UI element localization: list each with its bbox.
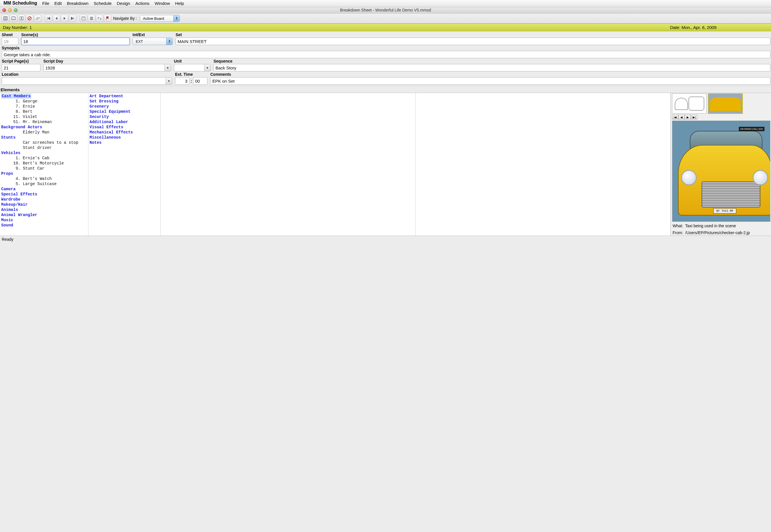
- media-thumb-1[interactable]: [672, 94, 706, 114]
- dropdown-arrow-icon[interactable]: ▼: [204, 64, 210, 71]
- select-arrows-icon: ▲▼: [166, 38, 172, 45]
- script-day-combo[interactable]: ▼: [43, 64, 171, 71]
- media-last-icon[interactable]: ▶|: [691, 115, 697, 119]
- element-category[interactable]: Stunts: [1, 135, 87, 140]
- element-item[interactable]: 10. Bert's Motorcycle: [1, 161, 87, 166]
- element-category[interactable]: Camera: [1, 187, 87, 192]
- svg-rect-9: [82, 17, 85, 18]
- elements-column-2[interactable]: Art DepartmentSet DressingGreenerySpecia…: [88, 93, 161, 236]
- element-category[interactable]: Notes: [90, 140, 159, 145]
- renumber-icon[interactable]: ₁2³: [34, 15, 41, 22]
- minimize-window-button[interactable]: [8, 8, 12, 12]
- element-item[interactable]: Car screeches to a stop: [1, 140, 87, 145]
- element-item[interactable]: 1. Ernie's Cab: [1, 156, 87, 161]
- element-category[interactable]: Background Actors: [1, 125, 87, 130]
- element-item[interactable]: 4. Bert's Watch: [1, 176, 87, 181]
- elements-column-1[interactable]: Cast Members 1. George 7. Ernie 8. Bert …: [0, 93, 88, 236]
- sequence-input[interactable]: [213, 64, 770, 71]
- element-category[interactable]: Miscellaneous: [90, 135, 159, 140]
- element-category[interactable]: Special Equipment: [90, 109, 159, 114]
- sheet-label: Sheet: [2, 32, 18, 37]
- next-record-icon[interactable]: [61, 15, 68, 22]
- element-item[interactable]: 8. Bert: [1, 109, 87, 114]
- location-input[interactable]: [4, 78, 170, 84]
- list-view-icon[interactable]: [88, 15, 95, 22]
- element-category[interactable]: Special Effects: [1, 192, 87, 197]
- element-category[interactable]: Set Dressing: [90, 99, 159, 104]
- element-category[interactable]: Greenery: [90, 104, 159, 109]
- media-preview[interactable]: NY TAXI-MP ON RADIO CALL IAXI: [672, 121, 770, 222]
- location-label: Location: [2, 72, 172, 77]
- dropdown-arrow-icon[interactable]: ▼: [164, 64, 171, 71]
- element-item[interactable]: Stunt driver: [1, 145, 87, 150]
- last-record-icon[interactable]: [69, 15, 76, 22]
- close-window-button[interactable]: [2, 8, 6, 12]
- menu-actions[interactable]: Actions: [135, 1, 149, 6]
- element-category[interactable]: Visual Effects: [90, 125, 159, 130]
- element-item[interactable]: 1. George: [1, 99, 87, 104]
- element-category[interactable]: Music: [1, 218, 87, 223]
- svg-line-7: [28, 17, 31, 20]
- element-item[interactable]: Elderly Man: [1, 130, 87, 135]
- form-view-icon[interactable]: [80, 15, 87, 22]
- unit-input[interactable]: [176, 65, 209, 71]
- day-date-label: Date: Mon., Apr. 6, 2009: [670, 25, 768, 30]
- element-item[interactable]: 7. Ernie: [1, 104, 87, 109]
- elements-column-4[interactable]: [416, 93, 671, 236]
- set-input[interactable]: [176, 38, 770, 45]
- menu-breakdown[interactable]: Breakdown: [67, 1, 88, 6]
- element-item[interactable]: 9. Stunt Car: [1, 166, 87, 171]
- element-category[interactable]: Security: [90, 114, 159, 119]
- intext-select[interactable]: EXT ▲▼: [133, 38, 173, 45]
- est-time-hours-input[interactable]: [175, 77, 189, 85]
- element-category[interactable]: Vehicles: [1, 150, 87, 156]
- script-pages-input[interactable]: [2, 64, 40, 71]
- media-next-icon[interactable]: ▶: [685, 115, 691, 119]
- time-separator: :: [191, 79, 192, 84]
- view-split-icon[interactable]: [18, 15, 25, 22]
- dropdown-arrow-icon[interactable]: ▼: [166, 77, 172, 84]
- menu-edit[interactable]: Edit: [55, 1, 62, 6]
- media-thumb-2[interactable]: [708, 94, 743, 114]
- view-sheet-icon[interactable]: [2, 15, 9, 22]
- element-item[interactable]: 5. Large Suitcase: [1, 181, 87, 187]
- menu-design[interactable]: Design: [117, 1, 130, 6]
- prev-record-icon[interactable]: [53, 15, 60, 22]
- flag-icon[interactable]: [104, 15, 111, 22]
- first-record-icon[interactable]: [45, 15, 52, 22]
- unit-combo[interactable]: ▼: [174, 64, 211, 71]
- zoom-window-button[interactable]: [14, 8, 18, 12]
- element-category[interactable]: Art Department: [90, 94, 159, 99]
- navigate-by-select[interactable]: Active Board ▲▼: [140, 15, 180, 22]
- element-category[interactable]: Wardrobe: [1, 197, 87, 202]
- element-category[interactable]: Makeup/Hair: [1, 202, 87, 207]
- no-entry-icon[interactable]: [26, 15, 33, 22]
- element-category[interactable]: Animals: [1, 207, 87, 212]
- location-combo[interactable]: ▼: [2, 77, 172, 85]
- elements-column-3[interactable]: [161, 93, 416, 236]
- media-from-value: /Users/EP/Pictures/checker-cab-2.jp: [685, 230, 750, 235]
- menu-file[interactable]: File: [42, 1, 49, 6]
- menu-schedule[interactable]: Schedule: [94, 1, 112, 6]
- menu-window[interactable]: Window: [155, 1, 170, 6]
- element-item[interactable]: 51. Mr. Reineman: [1, 119, 87, 125]
- menu-help[interactable]: Help: [175, 1, 184, 6]
- element-category[interactable]: Props: [1, 171, 87, 176]
- media-first-icon[interactable]: |◀: [672, 115, 678, 119]
- element-category[interactable]: Sound: [1, 223, 87, 228]
- media-prev-icon[interactable]: ◀: [678, 115, 685, 119]
- link-icon[interactable]: [96, 15, 103, 22]
- element-category[interactable]: Animal Wrangler: [1, 212, 87, 218]
- element-category[interactable]: Mechanical Effects: [90, 130, 159, 135]
- comments-input[interactable]: [210, 77, 770, 85]
- sheet-input[interactable]: [2, 38, 18, 45]
- scenes-input[interactable]: [21, 38, 130, 45]
- element-category[interactable]: Cast Members: [1, 94, 31, 99]
- select-arrows-icon: ▲▼: [173, 15, 180, 22]
- synopsis-input[interactable]: [2, 51, 770, 58]
- script-day-input[interactable]: [45, 65, 169, 71]
- view-book-icon[interactable]: [10, 15, 17, 22]
- element-item[interactable]: 11. Violet: [1, 114, 87, 119]
- element-category[interactable]: Additional Labor: [90, 119, 159, 125]
- est-time-mins-input[interactable]: [193, 77, 207, 85]
